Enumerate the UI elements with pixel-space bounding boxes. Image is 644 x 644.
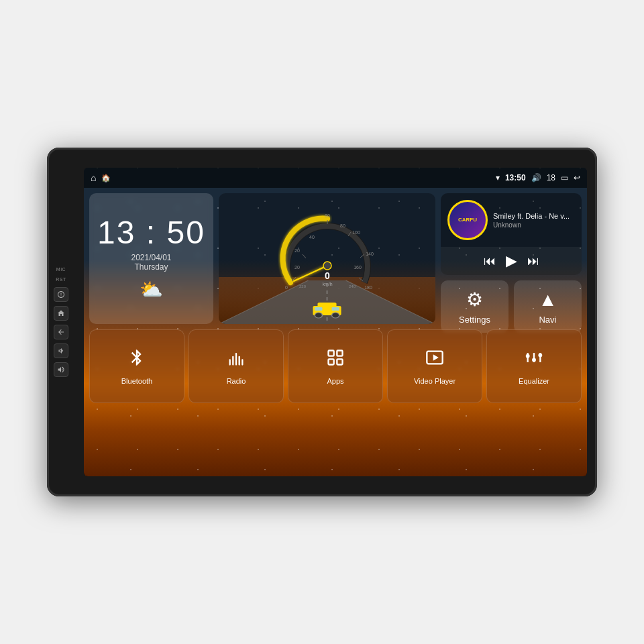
- svg-text:140: 140: [366, 252, 374, 256]
- settings-navi-row: ⚙ Settings ▲ Navi: [441, 280, 582, 333]
- apps-button[interactable]: Apps: [288, 329, 383, 403]
- equalizer-icon: [525, 348, 543, 372]
- svg-point-30: [323, 262, 331, 270]
- side-buttons: MIC RST: [54, 267, 68, 377]
- battery-icon: ▭: [561, 173, 568, 182]
- svg-text:40: 40: [309, 235, 315, 239]
- status-home2-icon[interactable]: 🏠: [101, 174, 111, 182]
- svg-text:220: 220: [299, 284, 306, 288]
- status-home-icon[interactable]: ⌂: [91, 172, 96, 183]
- svg-rect-35: [235, 353, 237, 366]
- video-player-label: Video Player: [414, 377, 455, 385]
- settings-widget[interactable]: ⚙ Settings: [441, 280, 508, 333]
- equalizer-button[interactable]: Equalizer: [486, 329, 582, 403]
- clock-display: 13 : 50: [97, 217, 205, 249]
- settings-label: Settings: [459, 315, 490, 325]
- svg-text:20: 20: [294, 265, 300, 270]
- svg-rect-41: [337, 359, 342, 364]
- power-button[interactable]: [54, 287, 68, 302]
- back-button[interactable]: [54, 325, 68, 339]
- svg-rect-38: [329, 350, 334, 356]
- svg-point-47: [532, 358, 536, 362]
- back-nav-icon[interactable]: ↩: [574, 173, 580, 182]
- video-player-button[interactable]: Video Player: [387, 329, 482, 403]
- navi-label: Navi: [539, 315, 556, 325]
- volume-icon: 🔊: [531, 173, 541, 182]
- vol-down-button[interactable]: [54, 343, 68, 358]
- clock-day: Thursday: [134, 262, 168, 272]
- wifi-signal-icon: ▾: [496, 173, 500, 182]
- navi-widget[interactable]: ▲ Navi: [514, 280, 582, 333]
- top-right-column: CARFU Smiley ft. Delia - Ne v... Unknown…: [441, 193, 582, 324]
- clock-widget: 13 : 50 2021/04/01 Thursday ⛅: [89, 193, 213, 324]
- svg-text:0: 0: [325, 270, 330, 281]
- bottom-buttons-row: Bluetooth Radio: [89, 329, 582, 403]
- svg-text:160: 160: [354, 265, 362, 270]
- navi-icon: ▲: [539, 289, 557, 311]
- rst-label: RST: [56, 277, 66, 282]
- screen-content: 13 : 50 2021/04/01 Thursday ⛅: [84, 188, 587, 476]
- bluetooth-icon: [127, 348, 146, 372]
- status-right: ▾ 13:50 🔊 18 ▭ ↩: [496, 173, 580, 182]
- prev-track-button[interactable]: ⏮: [484, 254, 496, 268]
- next-track-button[interactable]: ⏭: [527, 254, 539, 268]
- svg-point-7: [315, 313, 322, 318]
- video-icon: [425, 348, 444, 372]
- status-time: 13:50: [505, 173, 526, 182]
- speedometer-widget: 0 20 60 100: [219, 193, 435, 324]
- top-widgets-row: 13 : 50 2021/04/01 Thursday ⛅: [89, 193, 582, 324]
- bluetooth-button[interactable]: Bluetooth: [89, 329, 184, 403]
- mic-label: MIC: [56, 267, 66, 272]
- svg-point-8: [332, 313, 339, 318]
- bluetooth-label: Bluetooth: [121, 377, 152, 385]
- radio-button[interactable]: Radio: [189, 329, 284, 403]
- svg-point-45: [526, 354, 530, 358]
- track-artist: Unknown: [493, 221, 575, 229]
- car-stereo-unit: MIC RST ⌂ 🏠 ▾ 13:50: [47, 148, 597, 496]
- clock-date: 2021/04/01: [131, 253, 171, 262]
- svg-marker-43: [433, 354, 439, 360]
- svg-text:100: 100: [352, 230, 360, 235]
- album-art: CARFU: [447, 200, 488, 240]
- music-widget: CARFU Smiley ft. Delia - Ne v... Unknown…: [441, 193, 582, 275]
- apps-icon: [326, 348, 345, 372]
- status-left: ⌂ 🏠: [91, 172, 111, 183]
- svg-line-13: [303, 254, 306, 258]
- svg-text:20: 20: [294, 248, 300, 253]
- svg-point-49: [538, 353, 542, 357]
- speed-gauge: 0 20 60 100: [277, 209, 378, 309]
- track-title: Smiley ft. Delia - Ne v...: [493, 212, 575, 220]
- svg-rect-37: [241, 359, 243, 365]
- svg-text:240: 240: [348, 284, 356, 288]
- svg-rect-39: [337, 350, 342, 356]
- music-info-area: CARFU Smiley ft. Delia - Ne v... Unknown: [441, 193, 582, 247]
- vol-up-button[interactable]: [54, 362, 68, 377]
- playback-controls: ⏮ ▶ ⏭: [441, 247, 582, 275]
- svg-text:0: 0: [285, 285, 288, 290]
- svg-text:180: 180: [364, 285, 372, 290]
- radio-icon: [227, 348, 246, 372]
- radio-label: Radio: [227, 377, 246, 385]
- settings-icon: ⚙: [466, 288, 483, 311]
- svg-text:km/h: km/h: [322, 282, 332, 286]
- track-info: Smiley ft. Delia - Ne v... Unknown: [493, 212, 575, 229]
- home-button[interactable]: [54, 306, 68, 321]
- svg-rect-34: [232, 356, 233, 365]
- play-pause-button[interactable]: ▶: [506, 252, 517, 270]
- main-screen: ⌂ 🏠 ▾ 13:50 🔊 18 ▭ ↩ 13 : 50 2021/04/01 …: [84, 168, 587, 476]
- svg-text:60: 60: [325, 213, 330, 218]
- apps-label: Apps: [327, 377, 343, 385]
- svg-rect-40: [329, 359, 334, 364]
- weather-icon: ⛅: [140, 278, 163, 301]
- status-bar: ⌂ 🏠 ▾ 13:50 🔊 18 ▭ ↩: [84, 168, 587, 188]
- svg-rect-36: [239, 356, 240, 365]
- equalizer-label: Equalizer: [519, 377, 549, 385]
- svg-text:80: 80: [340, 223, 345, 228]
- volume-level: 18: [547, 173, 555, 182]
- svg-rect-33: [229, 359, 231, 365]
